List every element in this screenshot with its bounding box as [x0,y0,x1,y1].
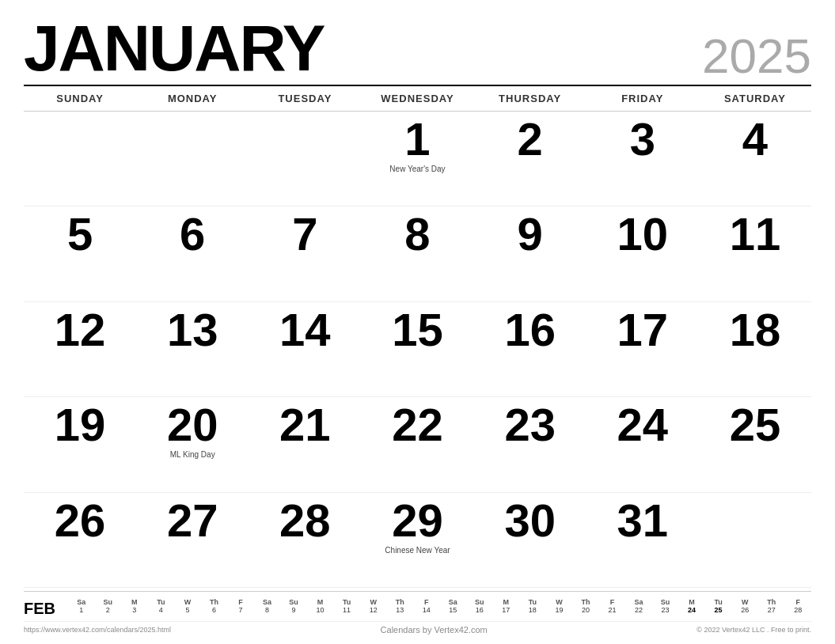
calendar-cell-20: 20ML King Day [136,397,249,492]
calendar-cell-31: 31 [586,493,699,588]
calendar-cell-18: 18 [699,302,811,397]
mini-header: M [307,598,334,606]
mini-day: 22 [625,606,652,614]
footer-center: Calendars by Vertex42.com [381,625,488,635]
calendar-container: JANUARY 2025 SUNDAYMONDAYTUESDAYWEDNESDA… [0,0,835,644]
day-header-sunday: SUNDAY [24,89,136,108]
footer-right: © 2022 Vertex42 LLC . Free to print. [696,626,811,634]
day-number: 6 [180,211,205,257]
calendar-cell-25: 25 [699,397,811,492]
day-number: 17 [617,307,669,353]
mini-header: W [174,598,201,606]
mini-day: 18 [519,606,546,614]
calendar-cell-4: 4 [699,112,811,206]
day-number: 25 [730,402,781,448]
mini-day: 5 [174,606,201,614]
mini-header: W [360,598,387,606]
mini-header: W [731,598,758,606]
mini-header: Th [572,598,599,606]
calendar-cell-15: 15 [361,302,473,397]
day-number: 15 [392,307,443,353]
mini-header: Sa [68,598,95,606]
mini-day: 12 [360,606,387,614]
mini-calendar-section: FEB SaSuMTuWThFSaSuMTuWThFSaSuMTuWThFSaS… [24,591,811,621]
mini-header: Sa [254,598,281,606]
year-title: 2025 [702,32,811,81]
mini-header: Tu [333,598,360,606]
day-number: 23 [504,402,556,448]
footer-left: https://www.vertex42.com/calendars/2025.… [24,626,171,634]
mini-header: Th [386,598,413,606]
mini-header: Su [652,598,679,606]
day-number: 18 [730,307,781,353]
day-number: 20 [167,402,218,448]
empty-cell [249,112,361,206]
mini-day: 28 [784,606,811,614]
day-number: 31 [617,498,669,544]
calendar-cell-12: 12 [24,302,136,397]
calendar-cell-19: 19 [24,397,136,492]
mini-day: 14 [413,606,440,614]
empty-cell [699,493,811,588]
mini-header: Tu [148,598,175,606]
mini-day: 10 [307,606,334,614]
calendar-cell-2: 2 [474,112,586,206]
mini-header: Su [280,598,307,606]
day-number: 21 [279,402,331,448]
day-number: 5 [67,211,93,257]
mini-day: 23 [652,606,679,614]
mini-header: M [121,598,148,606]
calendar-cell-24: 24 [586,397,699,492]
mini-header: M [493,598,520,606]
calendar-cell-29: 29Chinese New Year [361,493,473,588]
day-header-wednesday: WEDNESDAY [361,89,473,108]
holiday-text: Chinese New Year [385,546,450,555]
day-number: 13 [167,307,218,353]
header-row: JANUARY 2025 [24,16,811,81]
mini-header: Th [201,598,228,606]
mini-header: W [546,598,573,606]
calendar-cell-5: 5 [24,206,136,301]
day-number: 7 [292,211,317,257]
day-number: 29 [392,498,443,544]
mini-header: F [227,598,254,606]
day-number: 3 [630,116,655,162]
mini-day: 4 [148,606,175,614]
calendar-cell-6: 6 [136,206,249,301]
calendar-cell-7: 7 [249,206,361,301]
mini-grid: SaSuMTuWThFSaSuMTuWThFSaSuMTuWThFSaSuMTu… [68,598,811,614]
mini-header: Sa [439,598,466,606]
day-number: 9 [518,211,543,257]
day-number: 27 [167,498,218,544]
day-number: 4 [742,116,768,162]
day-number: 26 [55,498,106,544]
mini-day: 16 [466,606,493,614]
day-number: 30 [504,498,556,544]
calendar-cell-22: 22 [361,397,473,492]
mini-day: 27 [758,606,785,614]
day-header-tuesday: TUESDAY [249,89,361,108]
mini-day: 6 [201,606,228,614]
day-number: 14 [279,307,331,353]
mini-day: 20 [572,606,599,614]
mini-header: Th [758,598,785,606]
mini-day: 9 [280,606,307,614]
day-number: 8 [404,211,430,257]
mini-header: Tu [705,598,732,606]
calendar-cell-3: 3 [586,112,699,206]
calendar-cell-27: 27 [136,493,249,588]
day-header-thursday: THURSDAY [474,89,586,108]
mini-day: 3 [121,606,148,614]
mini-header: Su [95,598,122,606]
day-number: 11 [730,211,781,257]
calendar-cell-30: 30 [474,493,586,588]
mini-header: F [784,598,811,606]
calendar-cell-1: 1New Year's Day [361,112,473,206]
calendar-cell-9: 9 [474,206,586,301]
day-header-monday: MONDAY [136,89,249,108]
calendar-cell-28: 28 [249,493,361,588]
day-header-friday: FRIDAY [586,89,699,108]
calendar-cell-21: 21 [249,397,361,492]
calendar-cell-16: 16 [474,302,586,397]
day-number: 24 [617,402,669,448]
